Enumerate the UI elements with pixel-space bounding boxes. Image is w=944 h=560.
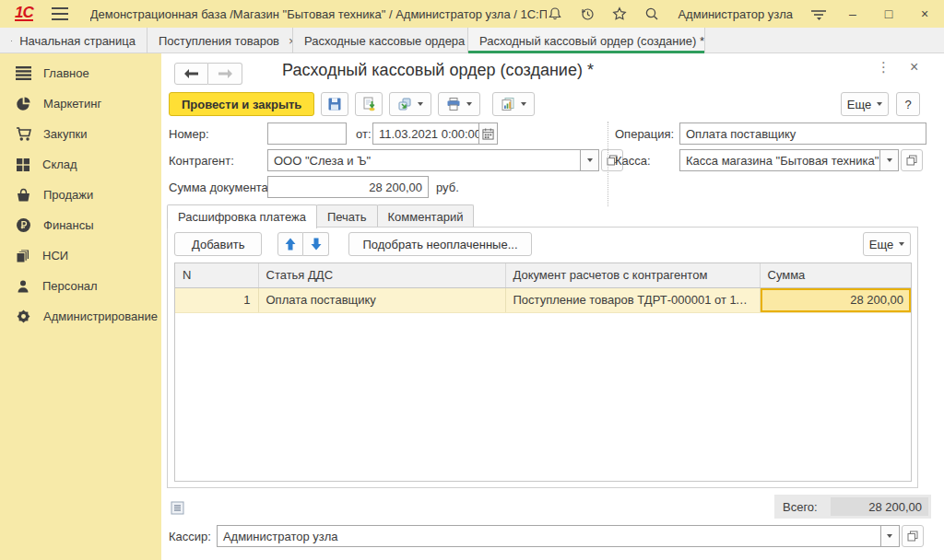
cashbox-open-button[interactable] [901, 149, 923, 171]
date-field: 11.03.2021 0:00:00 [372, 122, 498, 145]
gear-icon [16, 309, 31, 324]
history-nav [174, 63, 242, 85]
dropdown-caret-icon [887, 158, 892, 162]
sidebar-item-label: НСИ [42, 249, 68, 262]
post-document-button[interactable] [355, 92, 383, 116]
sidebar-item-sales[interactable]: Продажи [0, 180, 161, 210]
sidebar-item-main[interactable]: Главное [0, 58, 161, 88]
sidebar-item-label: Главное [43, 66, 89, 80]
dropdown-caret-icon [887, 534, 892, 538]
cell-dds[interactable]: Оплата поставщику [258, 287, 505, 312]
sidebar-item-purchases[interactable]: Закупки [0, 119, 161, 149]
current-user[interactable]: Администратор узла [678, 7, 793, 21]
table-row[interactable]: 1 Оплата поставщику Поступление товаров … [175, 287, 911, 312]
more-button-top[interactable]: Еще [841, 92, 889, 116]
operation-input[interactable]: Оплата поставщику [679, 122, 926, 145]
back-button[interactable] [174, 63, 208, 85]
counterparty-input[interactable]: ООО "Слеза и Ъ" [267, 149, 581, 171]
close-window-button[interactable]: × [914, 6, 935, 21]
hamburger-icon [52, 7, 68, 20]
sidebar-item-finance[interactable]: Финансы [0, 210, 161, 240]
footer-list-icon[interactable] [171, 501, 184, 518]
cashier-open-button[interactable] [902, 525, 924, 547]
dropdown-caret-icon [587, 158, 593, 162]
cashbox-dropdown-button[interactable] [880, 149, 899, 171]
sidebar-item-warehouse[interactable]: Склад [0, 149, 161, 180]
floppy-save-icon [327, 97, 342, 111]
amount-label: Сумма документа: [169, 176, 271, 198]
tab-label: Расходные кассовые ордера [304, 34, 465, 48]
minimize-button[interactable]: – [843, 6, 863, 21]
document-form: Расходный кассовый ордер (создание) * ⋮ … [161, 53, 944, 560]
cell-n[interactable]: 1 [175, 287, 258, 312]
tab-payment-details[interactable]: Расшифровка платежа [167, 204, 317, 228]
post-document-icon [361, 97, 376, 111]
dropdown-caret-icon [899, 242, 904, 246]
column-header-settlement-doc[interactable]: Документ расчетов с контрагентом [505, 263, 760, 287]
number-input[interactable] [267, 122, 347, 145]
tab-print[interactable]: Печать [316, 204, 378, 228]
tab-comment[interactable]: Комментарий [377, 204, 475, 228]
column-header-n[interactable]: N [175, 263, 258, 287]
cashier-row: Кассир: Администратор узла [169, 525, 924, 547]
cashbox-input[interactable]: Касса магазина "Бытовая техника" [679, 149, 880, 171]
dropdown-caret-icon [418, 102, 423, 106]
search-icon[interactable] [643, 6, 660, 22]
window-kebab-menu-icon[interactable]: ⋮ [877, 59, 891, 76]
amount-input[interactable]: 28 200,00 [267, 176, 429, 198]
person-icon [16, 279, 30, 294]
history-icon[interactable] [579, 6, 596, 22]
sidebar-item-label: Администрирование [43, 309, 158, 323]
forward-button[interactable] [208, 63, 242, 85]
tab-cash-expense-order-new[interactable]: Расходный кассовый ордер (создание) * × [468, 28, 705, 53]
calendar-button[interactable] [479, 122, 498, 145]
move-row-down-button[interactable] [303, 232, 329, 256]
sidebar-item-label: Склад [42, 158, 77, 171]
counterparty-dropdown-button[interactable] [581, 149, 599, 171]
total-label: Всего: [783, 500, 818, 514]
help-button[interactable]: ? [896, 92, 920, 116]
save-button[interactable] [321, 92, 348, 116]
tab-home[interactable]: Начальная страница [0, 28, 148, 53]
cashier-label: Кассир: [169, 530, 211, 543]
print-button[interactable] [438, 92, 480, 116]
create-based-on-button[interactable] [389, 92, 431, 116]
column-header-dds[interactable]: Статья ДДС [258, 263, 505, 287]
pick-unpaid-button[interactable]: Подобрать неоплаченные... [348, 232, 531, 256]
tab-label: Поступления товаров [159, 34, 279, 48]
maximize-button[interactable]: □ [879, 6, 899, 21]
more-label: Еще [869, 238, 893, 251]
tab-label: Начальная страница [19, 34, 136, 48]
arrow-right-icon [218, 69, 232, 78]
form-column-separator [608, 122, 608, 206]
move-row-up-button[interactable] [277, 232, 303, 256]
sidebar-item-personnel[interactable]: Персонал [0, 271, 161, 301]
favorites-star-icon[interactable] [611, 6, 628, 22]
more-button-table[interactable]: Еще [863, 232, 911, 256]
column-header-sum[interactable]: Сумма [760, 263, 911, 287]
cashier-dropdown-button[interactable] [881, 525, 900, 547]
reports-button[interactable] [492, 92, 535, 116]
sidebar-item-administration[interactable]: Администрирование [0, 301, 161, 332]
arrow-down-icon [311, 238, 322, 251]
cell-settlement-doc[interactable]: Поступление товаров ТДРТ-000001 от 11.03… [505, 287, 760, 312]
cart-icon [16, 127, 31, 142]
document-close-icon[interactable]: × [910, 59, 918, 76]
sidebar-item-marketing[interactable]: Маркетинг [0, 88, 161, 119]
payment-details-panel: Добавить Подобрать неоплаченные... Еще [167, 227, 918, 488]
notifications-bell-icon[interactable] [547, 6, 563, 22]
tab-cash-expense-orders[interactable]: Расходные кассовые ордера × [293, 28, 468, 53]
service-settings-icon[interactable] [810, 6, 827, 22]
add-row-button[interactable]: Добавить [174, 232, 262, 256]
report-icon [501, 97, 515, 111]
main-menu-icon[interactable] [52, 6, 68, 22]
post-and-close-button[interactable]: Провести и закрыть [169, 92, 314, 116]
tab-goods-receipts[interactable]: Поступления товаров × [148, 28, 293, 53]
table-header-row: N Статья ДДС Документ расчетов с контраг… [175, 263, 911, 287]
date-input[interactable]: 11.03.2021 0:00:00 [372, 122, 479, 145]
sidebar-item-nsi[interactable]: НСИ [0, 240, 161, 271]
cell-sum-selected[interactable]: 28 200,00 [760, 287, 911, 312]
currency-label: руб. [436, 176, 459, 198]
cashier-input[interactable]: Администратор узла [217, 525, 881, 547]
table-toolbar: Добавить Подобрать неоплаченные... Еще [174, 232, 911, 256]
